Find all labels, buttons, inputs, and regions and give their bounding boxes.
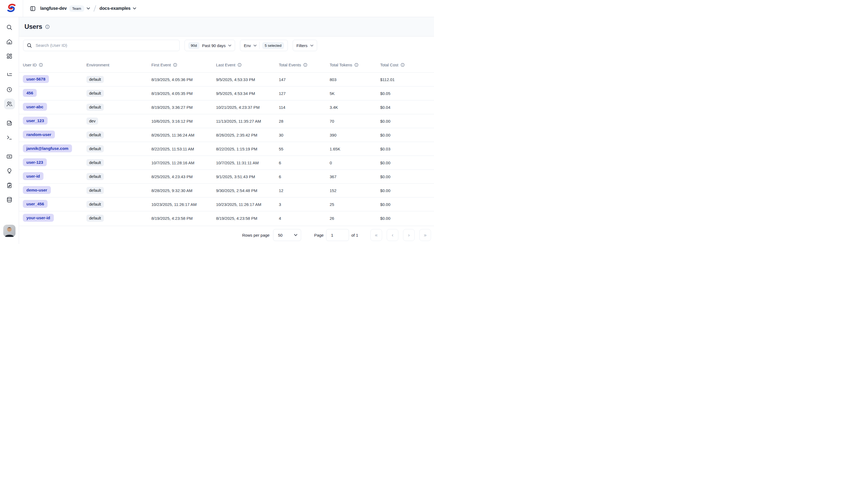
table-row[interactable]: user-abc default 8/19/2025, 3:36:27 PM 1…	[19, 100, 434, 114]
user-id-badge[interactable]: demo-user	[23, 186, 51, 194]
rows-per-page-value: 50	[278, 233, 283, 237]
search-box	[23, 40, 180, 51]
total-cost-cell: $0.00	[380, 119, 434, 123]
info-icon[interactable]	[354, 63, 359, 67]
total-events-cell: 147	[279, 77, 330, 82]
sidebar-item-sessions[interactable]	[4, 84, 15, 95]
date-range-picker[interactable]: 90d Past 90 days	[185, 40, 235, 51]
user-avatar[interactable]	[3, 225, 16, 237]
clipboard-pencil-icon	[6, 182, 12, 189]
user-id-badge[interactable]: user_456	[23, 200, 48, 208]
table-row[interactable]: user-5678 default 8/19/2025, 4:05:36 PM …	[19, 73, 434, 86]
env-selected-badge: 5 selected	[262, 42, 284, 49]
sidebar-item-search[interactable]	[4, 22, 15, 33]
last-event-cell: 9/30/2025, 2:54:48 PM	[216, 188, 279, 193]
filter-toolbar: 90d Past 90 days Env 5 selected Filters	[19, 36, 434, 57]
chevron-right-icon: ›	[408, 232, 410, 238]
user-id-badge[interactable]: user-123	[23, 158, 47, 166]
user-id-badge[interactable]: user-id	[23, 172, 43, 180]
filters-button[interactable]: Filters	[293, 40, 317, 51]
table-row[interactable]: random-user default 8/26/2025, 11:36:24 …	[19, 128, 434, 142]
last-page-button[interactable]: »	[419, 229, 431, 241]
total-tokens-cell: 5K	[330, 91, 380, 96]
info-icon[interactable]	[303, 63, 307, 67]
environment-badge: default	[86, 132, 104, 139]
environment-badge: default	[86, 214, 104, 222]
user-id-badge[interactable]: jannik@langfuse.com	[23, 144, 72, 152]
logo-cell[interactable]	[0, 0, 23, 17]
total-events-cell: 127	[279, 91, 330, 96]
total-tokens-cell: 0	[330, 161, 380, 165]
last-event-cell: 10/23/2025, 11:26:17 AM	[216, 202, 279, 207]
environment-badge: default	[86, 145, 104, 152]
table-row[interactable]: your-user-id default 8/19/2025, 4:23:58 …	[19, 211, 434, 225]
project-switcher[interactable]: docs-examples	[99, 6, 136, 11]
avatar-photo	[3, 225, 16, 237]
total-cost-cell: $0.00	[380, 202, 434, 207]
last-event-cell: 8/22/2025, 1:15:19 PM	[216, 147, 279, 151]
main-content: Users 90d Past 90 days Env 5 selected	[19, 17, 434, 244]
info-icon[interactable]	[401, 63, 405, 67]
total-events-cell: 6	[279, 161, 330, 165]
info-icon[interactable]	[173, 63, 177, 67]
first-event-cell: 8/26/2025, 11:36:24 AM	[151, 133, 216, 137]
chevrons-right-icon: »	[424, 232, 426, 238]
first-event-cell: 8/19/2025, 3:36:27 PM	[151, 105, 216, 110]
sidebar-item-tracing[interactable]	[4, 69, 15, 81]
col-first-event: First Event	[151, 63, 216, 67]
user-id-badge[interactable]: user_123	[23, 117, 48, 124]
total-cost-cell: $0.00	[380, 174, 434, 179]
environment-badge: default	[86, 76, 104, 83]
sidebar-toggle-button[interactable]	[28, 3, 37, 13]
total-tokens-cell: 26	[330, 216, 380, 221]
sidebar-item-home[interactable]	[4, 36, 15, 47]
page-number-input[interactable]	[326, 229, 349, 241]
table-row[interactable]: user-id default 8/25/2025, 4:23:43 PM 9/…	[19, 169, 434, 183]
user-id-badge[interactable]: user-abc	[23, 103, 47, 111]
sidebar-item-evals[interactable]	[4, 165, 15, 176]
user-id-badge[interactable]: user-5678	[23, 75, 49, 83]
table-row[interactable]: 456 default 8/19/2025, 4:05:35 PM 9/5/20…	[19, 86, 434, 100]
total-events-cell: 114	[279, 105, 330, 110]
terminal-icon	[6, 134, 12, 141]
pagination-bar: Rows per page 50 Page of 1 « ‹ › »	[19, 226, 434, 244]
sidebar-item-datasets[interactable]	[4, 194, 15, 205]
environment-badge: default	[86, 201, 104, 208]
total-cost-cell: $0.00	[380, 161, 434, 165]
search-input[interactable]	[35, 43, 176, 48]
info-icon[interactable]	[39, 63, 43, 67]
project-name: docs-examples	[99, 6, 130, 11]
sidebar-item-dashboards[interactable]	[4, 51, 15, 61]
table-row[interactable]: demo-user default 8/28/2025, 9:32:30 AM …	[19, 183, 434, 197]
env-label: Env	[244, 43, 251, 48]
sidebar-item-prompts[interactable]	[4, 117, 15, 128]
col-label: Environment	[86, 63, 109, 67]
sidebar-item-scores[interactable]	[4, 151, 15, 162]
user-id-badge[interactable]: random-user	[23, 131, 55, 139]
user-id-badge[interactable]: your-user-id	[23, 214, 54, 222]
org-switcher[interactable]: langfuse-dev Team	[40, 5, 90, 12]
next-page-button[interactable]: ›	[403, 229, 415, 241]
table-row[interactable]: user-123 default 10/7/2025, 11:28:16 AM …	[19, 155, 434, 169]
table-row[interactable]: user_456 default 10/23/2025, 11:26:17 AM…	[19, 197, 434, 211]
table-row[interactable]: jannik@langfuse.com default 8/22/2025, 1…	[19, 142, 434, 155]
total-cost-cell: $0.04	[380, 105, 434, 110]
dashboard-grid-icon	[6, 53, 12, 59]
sidebar-item-users[interactable]	[4, 98, 15, 109]
info-icon[interactable]	[238, 63, 242, 67]
first-page-button[interactable]: «	[370, 229, 382, 241]
total-cost-cell: $0.00	[380, 216, 434, 221]
sidebar-item-annotation[interactable]	[4, 180, 15, 191]
clock-icon	[6, 86, 12, 93]
page-title-info-icon[interactable]	[45, 25, 50, 29]
total-events-cell: 28	[279, 119, 330, 123]
table-row[interactable]: user_123 dev 10/6/2025, 3:16:12 PM 11/13…	[19, 114, 434, 128]
total-tokens-cell: 390	[330, 133, 380, 137]
sidebar-item-playground[interactable]	[4, 132, 15, 143]
env-filter[interactable]: Env 5 selected	[240, 40, 287, 51]
user-id-badge[interactable]: 456	[23, 89, 37, 97]
last-event-cell: 11/13/2025, 11:35:27 AM	[216, 119, 279, 123]
previous-page-button[interactable]: ‹	[387, 229, 398, 241]
col-label: First Event	[151, 63, 171, 67]
rows-per-page-select[interactable]: 50	[273, 229, 301, 241]
